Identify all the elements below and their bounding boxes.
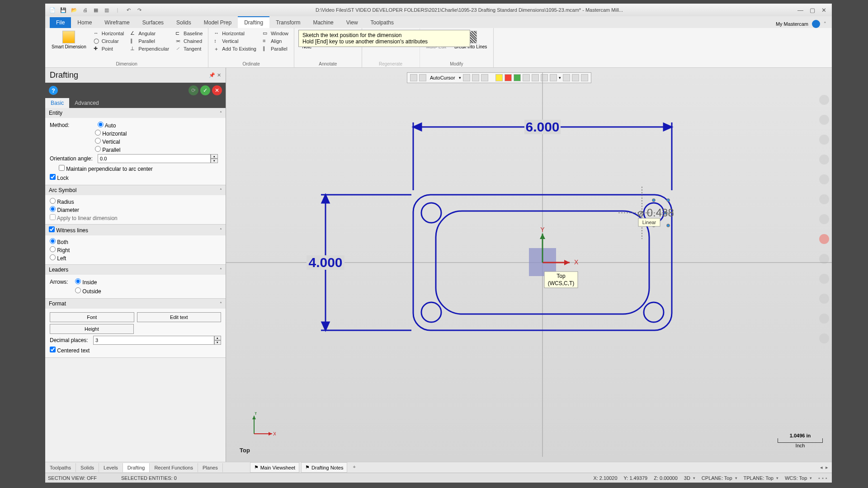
tab-home[interactable]: Home (71, 17, 98, 28)
decimal-input[interactable] (93, 336, 214, 345)
btab-toolpaths[interactable]: Toolpaths (45, 463, 76, 472)
maximize-button[interactable]: ▢ (810, 7, 815, 14)
witness-left[interactable]: Left (50, 254, 221, 262)
scroll-right-icon[interactable]: ▸ (826, 465, 828, 470)
tab-wireframe[interactable]: Wireframe (98, 17, 136, 28)
lock-checkbox[interactable]: Lock (50, 174, 95, 181)
section-format-header[interactable]: Format˄ (45, 299, 226, 309)
smart-dimension-button[interactable]: Smart Dimension (50, 30, 88, 50)
panel-cancel-button[interactable]: ✕ (212, 85, 222, 95)
dim-circular-button[interactable]: ◯Circular (93, 38, 125, 45)
arc-apply-linear[interactable]: Apply to linear dimension (50, 214, 221, 221)
section-witness-header[interactable]: Witness lines˄ (45, 225, 226, 235)
user-avatar-icon[interactable] (812, 20, 820, 28)
panel-help-icon[interactable]: ? (49, 86, 58, 95)
status-section[interactable]: SECTION VIEW: OFF (48, 475, 97, 481)
ord-window-button[interactable]: ▭Window (262, 30, 289, 37)
status-mode[interactable]: 3D (684, 475, 695, 481)
qat-save-icon[interactable]: 💾 (60, 6, 67, 14)
ord-horizontal-button[interactable]: ↔Horizontal (213, 30, 257, 37)
dim-angular-button[interactable]: ∠Angular (129, 30, 170, 37)
svg-marker-32 (540, 234, 545, 239)
section-entity-header[interactable]: Entity˄ (45, 108, 226, 118)
qat-screenshot-icon[interactable]: ▦ (92, 6, 99, 14)
minimize-button[interactable]: — (797, 7, 803, 14)
tab-solids[interactable]: Solids (170, 17, 198, 28)
spin-down-icon[interactable]: ▾ (211, 159, 218, 163)
witness-checkbox[interactable]: Witness lines (49, 226, 88, 234)
tab-transform[interactable]: Transform (269, 17, 307, 28)
dim-parallel-button[interactable]: ∥Parallel (129, 38, 170, 45)
arrows-outside[interactable]: Outside (75, 287, 120, 295)
arc-radius[interactable]: Radius (50, 198, 221, 205)
scroll-left-icon[interactable]: ◂ (820, 465, 823, 470)
arc-diameter[interactable]: Diameter (50, 206, 221, 213)
ord-align-button[interactable]: ≡Align (262, 38, 289, 45)
spin-up-icon[interactable]: ▴ (214, 336, 221, 340)
spin-up-icon[interactable]: ▴ (211, 154, 218, 159)
method-horizontal[interactable]: Horizontal (95, 130, 221, 137)
centered-checkbox[interactable]: Centered text (50, 347, 95, 354)
status-y: Y: 1.49379 (624, 475, 648, 481)
status-wcs[interactable]: WCS: Top (785, 475, 812, 481)
section-arc-header[interactable]: Arc Symbol˄ (45, 185, 226, 195)
tab-surfaces[interactable]: Surfaces (136, 17, 170, 28)
btab-recent[interactable]: Recent Functions (150, 463, 198, 472)
btab-planes[interactable]: Planes (198, 463, 223, 472)
witness-right[interactable]: Right (50, 246, 221, 253)
status-extras[interactable]: ▪▪▪ (818, 475, 829, 481)
qat-print-icon[interactable]: 🖨 (81, 6, 89, 14)
spin-down-icon[interactable]: ▾ (214, 340, 221, 345)
height-button[interactable]: Height (50, 324, 134, 334)
ribbon-group-ordinate: ↔Horizontal ↕Vertical ＋Add To Existing ▭… (208, 28, 294, 67)
panel-apply-continue-button[interactable]: ⟳ (189, 85, 198, 95)
tab-view[interactable]: View (340, 17, 364, 28)
tab-machine[interactable]: Machine (307, 17, 340, 28)
qat-copy-icon[interactable]: ▥ (103, 6, 110, 14)
panel-close-icon[interactable]: ✕ (217, 72, 221, 78)
arrows-inside[interactable]: Inside (75, 278, 120, 286)
qat-new-icon[interactable]: 📄 (49, 6, 56, 14)
tab-drafting[interactable]: Drafting (238, 16, 269, 28)
tab-file[interactable]: File (50, 17, 71, 28)
orient-angle-input[interactable] (98, 154, 211, 163)
qat-undo-icon[interactable]: ↶ (125, 6, 132, 14)
viewsheet-notes[interactable]: ⚑Drafting Notes (301, 462, 347, 473)
dim-baseline-button[interactable]: ⊏Baseline (175, 30, 203, 37)
user-label[interactable]: My Mastercam (776, 21, 808, 27)
maintain-perp-checkbox[interactable]: Maintain perpendicular to arc center (59, 165, 153, 172)
ribbon-collapse-icon[interactable]: ˄ (824, 21, 826, 27)
tab-modelprep[interactable]: Model Prep (198, 17, 238, 28)
btab-solids[interactable]: Solids (76, 463, 99, 472)
method-auto[interactable]: Auto (98, 122, 143, 129)
btab-levels[interactable]: Levels (99, 463, 123, 472)
qat-redo-icon[interactable]: ↷ (136, 6, 143, 14)
font-button[interactable]: Font (50, 312, 134, 322)
panel-ok-button[interactable]: ✓ (200, 85, 210, 95)
viewsheet-main[interactable]: ⚑Main Viewsheet (250, 462, 299, 473)
edittext-button[interactable]: Edit text (137, 312, 222, 322)
qat-open-icon[interactable]: 📂 (71, 6, 78, 14)
dim-tangent-button[interactable]: ⟋Tangent (175, 45, 203, 52)
viewport[interactable]: AutoCursor ▾ ▾ (226, 68, 832, 462)
dim-perpendicular-button[interactable]: ⊥Perpendicular (129, 45, 170, 52)
btab-drafting[interactable]: Drafting (123, 463, 150, 472)
panel-tab-basic[interactable]: Basic (45, 98, 69, 108)
status-tplane[interactable]: TPLANE: Top (744, 475, 778, 481)
panel-pin-icon[interactable]: 📌 (209, 72, 215, 78)
dim-point-button[interactable]: ✚Point (93, 45, 125, 52)
tab-toolpaths[interactable]: Toolpaths (364, 17, 400, 28)
ord-vertical-button[interactable]: ↕Vertical (213, 38, 257, 45)
method-parallel[interactable]: Parallel (95, 146, 221, 153)
section-leaders-header[interactable]: Leaders˄ (45, 265, 226, 275)
dim-horizontal-button[interactable]: ↔Horizontal (93, 30, 125, 37)
ord-addexisting-button[interactable]: ＋Add To Existing (213, 45, 257, 52)
ord-parallel-button[interactable]: ∥Parallel (262, 45, 289, 52)
viewsheet-add[interactable]: + (349, 462, 359, 473)
close-button[interactable]: ✕ (821, 7, 826, 14)
panel-tab-advanced[interactable]: Advanced (69, 98, 104, 108)
method-vertical[interactable]: Vertical (95, 138, 221, 145)
status-cplane[interactable]: CPLANE: Top (702, 475, 737, 481)
dim-chained-button[interactable]: ⫘Chained (175, 38, 203, 45)
witness-both[interactable]: Both (50, 238, 221, 245)
